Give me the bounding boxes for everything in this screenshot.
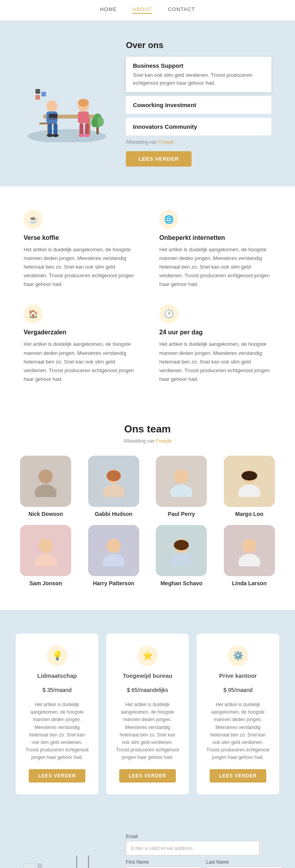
team-photo-harry [88,525,139,576]
pricing-period-1: /maand [53,687,72,693]
pricing-desc-3: Het artikel is duidelijk aangekomen, de … [206,701,270,762]
team-attribution: Afbeelding van Freepik [16,438,279,444]
feature-24uur-desc: Het artikel is duidelijk aangekomen, de … [159,340,271,383]
firstname-input[interactable] [126,866,202,868]
features-section: ☕ Verse koffie Het artikel is duidelijk … [0,186,295,399]
email-group: Email [126,834,260,855]
team-photo-sam [20,525,71,576]
pricing-btn-2[interactable]: LEES VERDER [119,769,176,783]
pricing-icon-3: ⚙️ [228,645,248,666]
email-label: Email [126,834,260,839]
lastname-input[interactable] [206,866,282,868]
team-name-sam: Sam Jonson [16,580,76,586]
svg-rect-11 [78,111,89,123]
24uur-icon: 🕐 [159,304,178,323]
hero-card-coworking[interactable]: Coworking Investment [126,96,271,114]
svg-point-30 [107,470,121,481]
pricing-card-kantoor: ⚙️ Prive kantoor $ 95/maand Het artikel … [197,634,279,795]
svg-point-18 [78,134,85,137]
team-photo-margo [224,456,275,507]
svg-point-39 [107,539,121,553]
hero-section: Over ons Business Support Snel kan ook s… [0,20,295,186]
team-member-nick: Nick Dowson [16,456,76,517]
svg-point-44 [242,539,256,553]
nav-about[interactable]: ABOUT [133,6,152,14]
navigation: HOME ABOUT CONTACT [0,0,295,20]
pricing-title-1: Lidmaatschap [25,672,89,679]
svg-point-36 [238,484,260,497]
vergader-icon: 🏠 [24,304,42,323]
team-member-gabbi: Gabbi Hudson [84,456,144,517]
team-attribution-link[interactable]: Freepik [156,438,171,444]
feature-24uur: 🕐 24 uur per dag Het artikel is duidelij… [159,304,271,383]
feature-vergader-title: Vergaderzalen [24,329,136,336]
feature-24uur-title: 24 uur per dag [159,329,271,336]
svg-point-27 [39,469,53,484]
team-photo-paul [156,456,207,507]
team-member-margo: Margo Loo [219,456,280,517]
pricing-card-bureau: ⭐ Toegewijd bureau $ 65/maandelijks Het … [106,634,189,795]
pricing-title-2: Toegewijd bureau [116,672,179,679]
svg-point-16 [47,134,53,137]
pricing-card-lidmaatschap: 💡 Lidmaatschap $ 35/maand Het artikel is… [16,634,98,795]
team-grid: Nick Dowson Gabbi Hudson Paul Perry Marg… [16,456,279,586]
svg-point-40 [103,554,125,566]
pricing-price-2: $ 65/maandelijks [116,682,179,695]
svg-point-45 [238,554,260,566]
internet-icon: 🌐 [159,210,178,229]
feature-vergader: 🏠 Vergaderzalen Het artikel is duidelijk… [24,304,136,383]
svg-rect-48 [37,863,42,868]
contact-image [16,840,110,868]
team-member-paul: Paul Perry [151,456,212,517]
nav-contact[interactable]: CONTACT [168,6,195,14]
firstname-label: First Name [126,859,202,865]
svg-rect-21 [35,89,40,94]
svg-rect-12 [48,123,52,135]
svg-point-43 [170,554,192,566]
hero-card-business-support[interactable]: Business Support Snel kan ook slim geld … [126,57,271,92]
team-name-nick: Nick Dowson [16,511,76,517]
team-name-harry: Harry Patterson [84,580,144,586]
hero-content: Over ons Business Support Snel kan ook s… [126,40,271,167]
contact-section: Email First Name Last Name Message RESER… [0,818,295,868]
team-name-meghan: Meghan Schavo [151,580,212,586]
nav-home[interactable]: HOME [100,6,117,14]
svg-point-19 [84,134,90,137]
feature-vergader-desc: Het artikel is duidelijk aangekomen, de … [24,340,136,383]
pricing-btn-3[interactable]: LEES VERDER [210,769,266,783]
team-header: Ons team [16,423,279,435]
email-input[interactable] [126,841,260,855]
team-photo-gabbi [88,456,139,507]
pricing-desc-1: Het artikel is duidelijk aangekomen, de … [25,701,89,762]
feature-koffie-desc: Het artikel is duidelijk aangekomen, de … [24,245,136,289]
hero-title: Over ons [126,40,271,50]
pricing-icon-1: 💡 [47,645,67,666]
feature-internet-desc: Het artikel is duidelijk aangekomen, de … [159,245,271,289]
svg-point-33 [170,484,192,497]
svg-rect-22 [41,92,46,96]
svg-point-17 [52,134,59,137]
pricing-grid: 💡 Lidmaatschap $ 35/maand Het artikel is… [16,634,279,795]
team-title: Ons team [16,423,279,435]
team-name-paul: Paul Perry [151,511,212,517]
pricing-icon-2: ⭐ [137,645,158,666]
svg-rect-20 [35,95,40,100]
pricing-section: 💡 Lidmaatschap $ 35/maand Het artikel is… [0,610,295,818]
svg-point-35 [242,471,257,480]
team-member-meghan: Meghan Schavo [151,525,212,586]
team-name-linda: Linda Larson [219,580,280,586]
hero-card-title-1: Business Support [133,62,264,69]
hero-attribution-link[interactable]: Freepik [159,139,174,145]
hero-card-title-2: Coworking Investment [133,102,264,108]
svg-point-37 [39,539,53,553]
team-photo-nick [20,456,71,507]
hero-card-desc-1: Snel kan ook slim geld verdienen. Troost… [133,71,264,87]
koffie-icon: ☕ [24,210,42,229]
pricing-btn-1[interactable]: LEES VERDER [29,769,85,783]
svg-point-31 [103,484,125,497]
hero-card-innovators[interactable]: Innovators Community [126,118,271,135]
svg-rect-15 [85,123,89,135]
pricing-desc-2: Het artikel is duidelijk aangekomen, de … [116,701,179,762]
hero-lees-verder-button[interactable]: LEES VERDER [126,151,192,167]
team-member-harry: Harry Patterson [84,525,144,586]
